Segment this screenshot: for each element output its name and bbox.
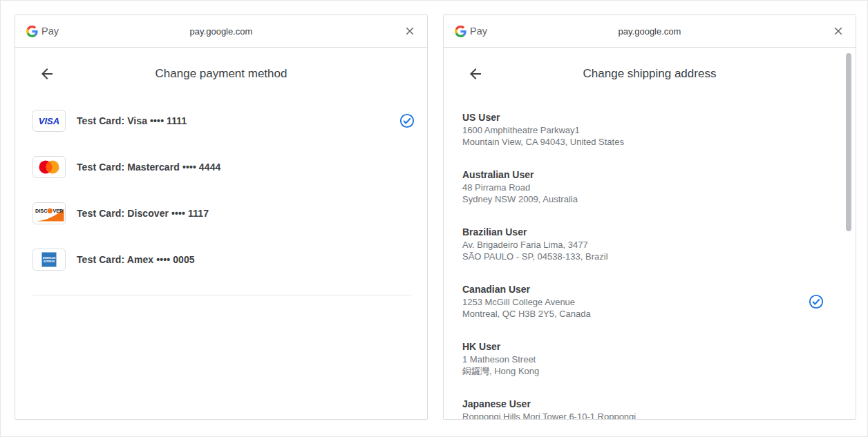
payment-label: Test Card: Mastercard •••• 4444	[77, 162, 220, 173]
close-icon[interactable]	[404, 25, 416, 37]
address-text: Canadian User 1253 McGill College Avenue…	[462, 283, 809, 320]
address-line1: Av. Brigadeiro Faria Lima, 3477	[462, 240, 845, 251]
payment-method-list: VISA Test Card: Visa •••• 1111	[15, 110, 427, 271]
shipping-dialog-body: Change shipping address US User 1600 Amp…	[444, 48, 856, 419]
payment-method-dialog: Pay pay.google.com Change payment method…	[15, 14, 428, 420]
address-row-us[interactable]: US User 1600 Amphitheatre Parkway1 Mount…	[462, 111, 845, 148]
selected-check-icon	[399, 113, 415, 128]
shipping-dialog-header: Pay pay.google.com	[444, 15, 856, 48]
address-row-australian[interactable]: Australian User 48 Pirrama Road Sydney N…	[462, 168, 845, 205]
visa-wordmark: VISA	[39, 116, 59, 126]
screenshot-canvas: Pay pay.google.com Change payment method…	[0, 0, 868, 437]
address-row-canadian[interactable]: Canadian User 1253 McGill College Avenue…	[462, 283, 845, 320]
address-line2: Sydney NSW 2009, Australia	[462, 194, 845, 206]
payment-dialog-body: Change payment method VISA Test Card: Vi…	[15, 48, 427, 419]
origin-label: pay.google.com	[15, 26, 427, 37]
selected-check-icon	[809, 294, 824, 309]
shipping-title-bar: Change shipping address	[444, 64, 856, 84]
discover-wordmark-left: DISC	[35, 208, 48, 214]
payment-label: Test Card: Discover •••• 1117	[77, 208, 209, 219]
address-name: Canadian User	[462, 283, 809, 295]
address-name: Japanese User	[462, 398, 845, 410]
address-name: HK User	[462, 340, 845, 353]
address-name: US User	[462, 111, 845, 124]
address-name: Brazilian User	[462, 226, 845, 238]
mastercard-logo-icon	[32, 156, 66, 178]
payment-title-bar: Change payment method	[15, 64, 427, 84]
address-text: US User 1600 Amphitheatre Parkway1 Mount…	[462, 111, 845, 148]
address-name: Australian User	[462, 168, 845, 181]
address-list: US User 1600 Amphitheatre Parkway1 Mount…	[444, 111, 856, 419]
address-text: Brazilian User Av. Brigadeiro Faria Lima…	[462, 226, 845, 262]
payment-row-amex[interactable]: AMERICAN EXPRESS Test Card: Amex •••• 00…	[32, 249, 415, 271]
address-line2: 銅鑼灣, Hong Kong	[462, 366, 845, 378]
discover-wordmark-right: VER	[53, 208, 64, 214]
address-line1: 1 Matheson Street	[462, 354, 845, 366]
payment-row-discover[interactable]: DISC VER Test Card: Discover •••• 1117	[32, 202, 415, 224]
payment-label: Test Card: Visa •••• 1111	[77, 115, 187, 126]
amex-wordmark-line2: EXPRESS	[44, 260, 55, 263]
address-line2: Mountain View, CA 94043, United States	[462, 137, 845, 148]
page-title: Change payment method	[15, 64, 427, 84]
address-row-hk[interactable]: HK User 1 Matheson Street 銅鑼灣, Hong Kong	[462, 340, 845, 377]
address-line2: Montreal, QC H3B 2Y5, Canada	[462, 309, 809, 320]
list-divider	[32, 295, 411, 295]
origin-label: pay.google.com	[444, 26, 856, 37]
address-line1: 1600 Amphitheatre Parkway1	[462, 125, 845, 137]
address-line2: SÃO PAULO - SP, 04538-133, Brazil	[462, 251, 845, 263]
google-g-icon	[455, 26, 466, 37]
address-text: Japanese User Roppongi Hills Mori Tower …	[462, 398, 845, 419]
discover-logo-icon: DISC VER	[32, 202, 66, 224]
scrollbar-thumb[interactable]	[846, 53, 851, 231]
address-line1: Roppongi Hills Mori Tower 6-10-1 Roppong…	[462, 411, 845, 419]
payment-dialog-header: Pay pay.google.com	[15, 15, 427, 48]
close-icon[interactable]	[832, 25, 845, 37]
gpay-brand: Pay	[26, 26, 59, 37]
gpay-brand-label: Pay	[470, 26, 487, 37]
visa-logo-icon: VISA	[32, 110, 66, 132]
payment-label: Test Card: Amex •••• 0005	[77, 254, 195, 265]
address-row-japanese[interactable]: Japanese User Roppongi Hills Mori Tower …	[462, 398, 845, 419]
page-title: Change shipping address	[444, 64, 856, 84]
shipping-address-dialog: Pay pay.google.com Change shipping addre…	[443, 14, 856, 420]
address-line1: 1253 McGill College Avenue	[462, 297, 809, 309]
payment-row-visa[interactable]: VISA Test Card: Visa •••• 1111	[32, 110, 415, 132]
payment-row-mastercard[interactable]: Test Card: Mastercard •••• 4444	[32, 156, 415, 178]
google-g-icon	[26, 26, 38, 37]
address-text: HK User 1 Matheson Street 銅鑼灣, Hong Kong	[462, 340, 845, 377]
address-line1: 48 Pirrama Road	[462, 182, 845, 194]
amex-logo-icon: AMERICAN EXPRESS	[32, 249, 66, 271]
gpay-brand: Pay	[455, 26, 487, 37]
address-row-brazilian[interactable]: Brazilian User Av. Brigadeiro Faria Lima…	[462, 226, 845, 262]
address-text: Australian User 48 Pirrama Road Sydney N…	[462, 168, 845, 205]
gpay-brand-label: Pay	[41, 26, 59, 37]
